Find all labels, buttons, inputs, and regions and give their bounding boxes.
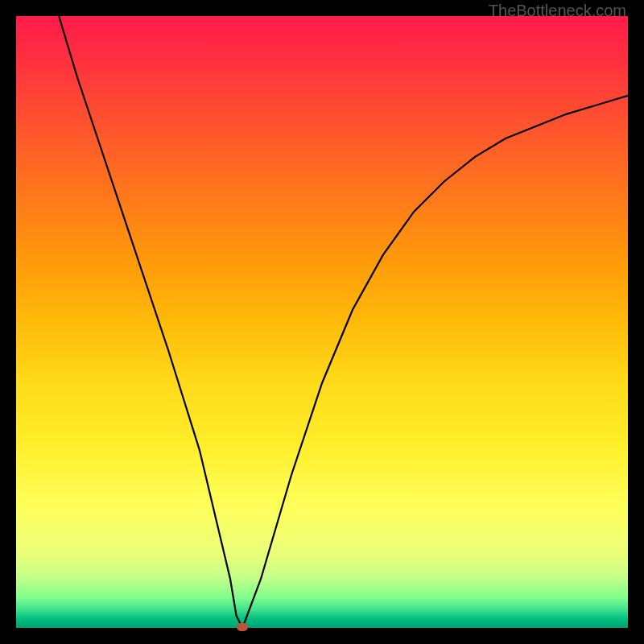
plot-area: [16, 16, 628, 628]
curve-svg: [16, 16, 628, 628]
bottleneck-curve: [59, 16, 628, 628]
optimum-marker: [237, 623, 248, 631]
watermark-label: TheBottleneck.com: [489, 2, 626, 20]
chart-container: TheBottleneck.com: [0, 0, 644, 644]
